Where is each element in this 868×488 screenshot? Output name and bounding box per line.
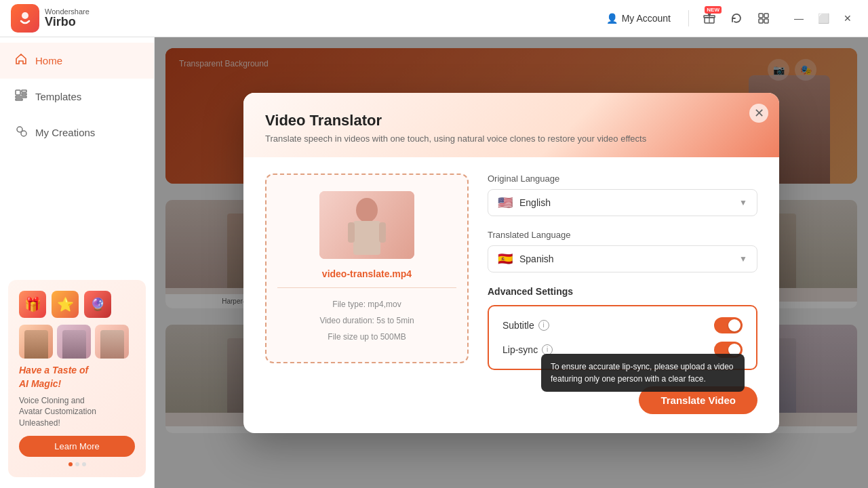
- promo-avatar-1: [19, 325, 53, 359]
- close-x-icon: ✕: [754, 106, 764, 121]
- promo-subtitle: Voice Cloning andAvatar Customization Un…: [19, 395, 135, 429]
- window-controls: — ⬜ ✕: [789, 9, 857, 28]
- grid-icon-btn[interactable]: [754, 9, 773, 28]
- account-label: My Account: [622, 13, 671, 24]
- modal-subtitle: Translate speech in videos with one touc…: [265, 134, 757, 144]
- svg-rect-6: [759, 19, 763, 23]
- original-flag: 🇺🇸: [498, 197, 513, 209]
- advanced-settings-label: Advanced Settings: [488, 286, 757, 297]
- minimize-icon: —: [794, 13, 804, 24]
- svg-rect-12: [16, 99, 22, 100]
- advanced-settings-box: Subtitle i Lip-sync i: [488, 305, 757, 370]
- svg-rect-19: [379, 222, 386, 243]
- reload-icon-btn[interactable]: [727, 9, 746, 28]
- subtitle-toggle[interactable]: [714, 317, 743, 333]
- reload-icon: [730, 12, 743, 24]
- learn-more-button[interactable]: Learn More: [19, 436, 135, 457]
- svg-rect-5: [764, 14, 768, 18]
- promo-title: Have a Taste of AI Magic!: [19, 364, 135, 390]
- svg-rect-9: [22, 90, 26, 92]
- lipsync-tooltip: To ensure accurate lip-sync, please uplo…: [541, 354, 745, 392]
- maximize-button[interactable]: ⬜: [814, 9, 833, 28]
- close-icon: ✕: [844, 13, 852, 24]
- gift-icon-btn[interactable]: NEW: [700, 9, 719, 28]
- svg-point-14: [21, 131, 26, 136]
- maximize-icon: ⬜: [818, 13, 829, 24]
- original-language-value: 🇺🇸 English: [498, 197, 551, 209]
- dot-3: [82, 462, 86, 466]
- modal-title: Video Translator: [265, 112, 757, 129]
- sidebar-creations-label: My Creations: [35, 127, 95, 138]
- sidebar-item-creations[interactable]: My Creations: [0, 115, 154, 150]
- file-duration-label: Video duration: 5s to 5min: [319, 312, 414, 329]
- subtitle-text: Subtitle: [502, 320, 534, 331]
- file-panel: video-translate.mp4 File type: mp4,mov V…: [265, 174, 469, 414]
- app-logo: Wondershare Virbo: [11, 4, 90, 33]
- dot-2: [75, 462, 79, 466]
- file-dropzone[interactable]: video-translate.mp4 File type: mp4,mov V…: [265, 174, 469, 363]
- minimize-button[interactable]: —: [789, 9, 808, 28]
- promo-avatar-2: [57, 325, 91, 359]
- new-badge: NEW: [705, 6, 722, 14]
- promo-icon-1: 🎁: [19, 291, 46, 318]
- original-language-text: English: [519, 197, 551, 208]
- file-preview-image: [319, 191, 414, 259]
- lipsync-text: Lip-sync: [502, 344, 538, 355]
- toolbar-icons: NEW: [700, 9, 773, 28]
- original-language-label: Original Language: [488, 174, 757, 184]
- modal-close-button[interactable]: ✕: [749, 104, 768, 123]
- svg-point-0: [22, 12, 28, 19]
- svg-rect-8: [16, 90, 20, 95]
- home-icon: [14, 52, 28, 69]
- promo-card: 🎁 ⭐ 🔮 Have a Taste of: [8, 280, 146, 477]
- file-preview: [319, 191, 414, 259]
- modal-overlay: Video Translator Translate speech in vid…: [155, 37, 868, 488]
- original-language-dropdown[interactable]: 🇺🇸 English ▼: [488, 189, 757, 216]
- svg-rect-7: [764, 19, 768, 23]
- translated-language-label: Translated Language: [488, 230, 757, 240]
- promo-dots: [19, 462, 135, 466]
- file-name: video-translate.mp4: [322, 268, 412, 279]
- sidebar: Home Templates: [0, 37, 155, 488]
- file-divider: [277, 287, 456, 288]
- file-info: File type: mp4,mov Video duration: 5s to…: [319, 296, 414, 345]
- video-translator-modal: Video Translator Translate speech in vid…: [243, 93, 779, 433]
- app-logo-icon: [11, 4, 39, 33]
- svg-rect-18: [348, 222, 355, 243]
- main-content: Home Templates: [0, 37, 868, 488]
- sidebar-home-label: Home: [35, 55, 62, 66]
- svg-rect-11: [16, 96, 26, 98]
- dot-1: [68, 462, 73, 466]
- my-account-button[interactable]: 👤 My Account: [599, 9, 677, 28]
- file-size-label: File size up to 500MB: [319, 329, 414, 345]
- app-logo-text: Wondershare Virbo: [45, 7, 90, 29]
- promo-icon-2: ⭐: [52, 291, 79, 318]
- svg-rect-10: [22, 94, 26, 95]
- translated-language-value: 🇪🇸 Spanish: [498, 253, 554, 265]
- modal-header: Video Translator Translate speech in vid…: [243, 93, 779, 157]
- close-button[interactable]: ✕: [838, 9, 857, 28]
- translated-language-text: Spanish: [519, 253, 554, 264]
- subtitle-info-icon[interactable]: i: [538, 320, 549, 331]
- promo-icon-3: 🔮: [84, 291, 111, 318]
- promo-avatar-3: [95, 325, 129, 359]
- sidebar-item-home[interactable]: Home: [0, 43, 154, 79]
- divider: [688, 10, 689, 26]
- translated-flag: 🇪🇸: [498, 253, 513, 265]
- file-type-label: File type: mp4,mov: [319, 296, 414, 312]
- chevron-down-icon: ▼: [739, 198, 747, 207]
- tooltip-text: To ensure accurate lip-sync, please uplo…: [551, 362, 734, 384]
- title-bar-right: 👤 My Account NEW: [599, 9, 857, 28]
- settings-panel: Original Language 🇺🇸 English ▼ Translate…: [488, 174, 757, 414]
- app-window: Wondershare Virbo 👤 My Account: [0, 0, 868, 488]
- grid-icon: [757, 12, 770, 24]
- account-icon: 👤: [606, 13, 618, 24]
- sidebar-templates-label: Templates: [35, 91, 81, 102]
- content-area: 📷 🎭 Transparent Background Harper-Promot…: [155, 37, 868, 488]
- translated-language-dropdown[interactable]: 🇪🇸 Spanish ▼: [488, 245, 757, 272]
- modal-body: video-translate.mp4 File type: mp4,mov V…: [243, 157, 779, 433]
- app-name-label: Virbo: [45, 16, 90, 29]
- gift-icon: [703, 12, 715, 24]
- subtitle-label: Subtitle i: [502, 320, 549, 331]
- sidebar-item-templates[interactable]: Templates: [0, 79, 154, 115]
